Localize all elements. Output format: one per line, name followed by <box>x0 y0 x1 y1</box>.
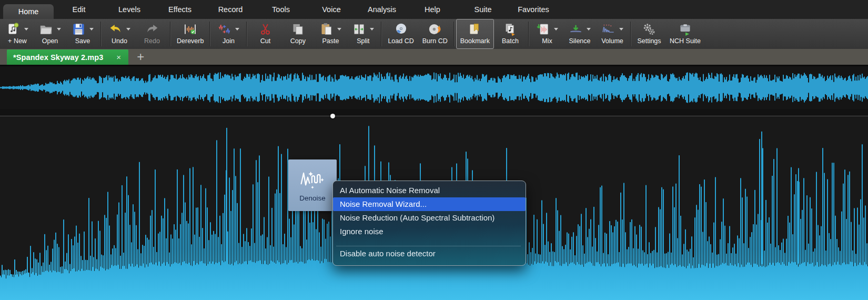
toolbar-group: UndoRedo <box>103 19 168 49</box>
toolbar-button-label: Save <box>75 37 90 45</box>
overview-waveform[interactable] <box>0 66 868 109</box>
toolbar-icon-row <box>569 22 591 37</box>
toolbar-copy-button[interactable]: Copy <box>281 19 314 49</box>
splitter-handle[interactable] <box>330 114 335 118</box>
menubar-item-tools[interactable]: Tools <box>256 0 306 19</box>
toolbar-icon-row <box>6 22 28 37</box>
dropdown-arrow-icon[interactable] <box>619 28 623 31</box>
dropdown-arrow-icon[interactable] <box>235 28 239 31</box>
toolbar-save-button[interactable]: Save <box>66 19 99 49</box>
menubar-item-home[interactable]: Home <box>3 4 54 19</box>
toolbar-new-button[interactable]: + New <box>1 19 34 49</box>
toolbar-button-label: Cut <box>260 37 270 45</box>
toolbar-button-label: Bookmark <box>460 37 490 45</box>
toolbar-group-separator <box>528 22 529 46</box>
toolbar-button-label: Paste <box>322 37 339 45</box>
toolbar-nch-suite-button[interactable]: NCH Suite <box>665 19 705 49</box>
tab-close-icon[interactable]: × <box>115 53 123 62</box>
toolbar-button-label: Batch <box>502 37 519 45</box>
toolbar-button-label: Redo <box>144 37 160 45</box>
toolbar-undo-button[interactable]: Undo <box>103 19 136 49</box>
menubar-item-edit[interactable]: Edit <box>54 0 104 19</box>
silence-arrow-icon <box>569 22 583 36</box>
toolbar-button-label: Dereverb <box>177 37 204 45</box>
toolbar-icon-row <box>217 22 239 37</box>
bookmark-ribbon-icon <box>468 22 482 36</box>
file-tab-label: *Spandex Skyway 2.mp3 <box>13 53 103 62</box>
menubar-item-levels[interactable]: Levels <box>104 0 155 19</box>
toolbar-icon-row <box>352 22 374 37</box>
dropdown-arrow-icon[interactable] <box>126 28 130 31</box>
toolbar-mix-button[interactable]: Mix <box>531 19 563 49</box>
context-menu-item-noise-removal-wizard[interactable]: Noise Removal Wizard... <box>333 197 526 211</box>
toolbar-group-separator <box>381 22 382 46</box>
context-menu-item-ignore-noise[interactable]: Ignore noise <box>333 225 526 238</box>
menubar-item-effects[interactable]: Effects <box>155 0 205 19</box>
toolbar-icon-row <box>642 22 656 37</box>
toolbar-group-separator <box>170 22 171 46</box>
toolbar-icon-row <box>145 22 159 37</box>
toolbar-split-button[interactable]: Split <box>347 19 379 49</box>
paste-clipboard-icon <box>319 22 334 36</box>
toolbar-button-label: NCH Suite <box>670 37 701 45</box>
split-page-icon <box>352 22 366 36</box>
dropdown-arrow-icon[interactable] <box>24 28 28 31</box>
menubar-item-favorites[interactable]: Favorites <box>508 0 559 19</box>
toolbar-volume-button[interactable]: Volume <box>596 19 629 49</box>
toolbar-group-separator <box>100 22 102 46</box>
toolbar-cut-button[interactable]: Cut <box>249 19 281 49</box>
join-waves-icon <box>217 22 231 36</box>
toolbar-group: SettingsNCH Suite <box>633 19 705 49</box>
toolbar-icon-row <box>601 22 623 37</box>
context-menu-item-ai-automatic-noise-removal[interactable]: AI Automatic Noise Removal <box>333 184 526 197</box>
toolbar-paste-button[interactable]: Paste <box>314 19 347 49</box>
toolbar-redo-button[interactable]: Redo <box>136 19 168 49</box>
toolbar-group: + NewOpenSave <box>1 19 99 49</box>
new-tab-button[interactable]: + <box>137 51 144 63</box>
toolbar-group-separator <box>246 22 247 46</box>
toolbar-open-button[interactable]: Open <box>34 19 66 49</box>
denoise-wave-icon <box>298 164 327 193</box>
menubar-item-help[interactable]: Help <box>407 0 458 19</box>
toolbar-icon-row <box>536 22 558 37</box>
toolbar-button-label: Mix <box>542 37 552 45</box>
file-tab[interactable]: *Spandex Skyway 2.mp3 × <box>7 49 128 65</box>
toolbar-join-button[interactable]: Join <box>212 19 245 49</box>
toolbar-button-label: Join <box>223 37 235 45</box>
dropdown-arrow-icon[interactable] <box>587 28 591 31</box>
toolbar-group-separator <box>453 22 455 46</box>
toolbar-burn-cd-button[interactable]: Burn CD <box>418 19 452 49</box>
toolbar-button-label: Copy <box>290 37 306 45</box>
toolbar-icon-row <box>258 22 272 37</box>
dropdown-arrow-icon[interactable] <box>57 28 61 31</box>
dropdown-arrow-icon[interactable] <box>89 28 94 31</box>
dereverb-wave-icon <box>183 22 197 36</box>
denoise-button[interactable]: Denoise <box>288 159 337 211</box>
toolbar-silence-button[interactable]: Silence <box>563 19 596 49</box>
toolbar-group-separator <box>630 22 631 46</box>
load-cd-icon <box>394 22 408 36</box>
app-window: HomeEditLevelsEffectsRecordToolsVoiceAna… <box>0 0 868 300</box>
toolbar-settings-button[interactable]: Settings <box>633 19 665 49</box>
toolbar-icon-row <box>428 22 442 37</box>
menubar-item-suite[interactable]: Suite <box>458 0 508 19</box>
menubar-item-record[interactable]: Record <box>205 0 256 19</box>
batch-files-icon <box>503 22 517 36</box>
context-menu-separator <box>336 246 521 246</box>
dropdown-arrow-icon[interactable] <box>337 28 341 31</box>
nch-suite-box-icon <box>678 22 692 36</box>
dropdown-arrow-icon[interactable] <box>554 28 558 31</box>
dropdown-arrow-icon[interactable] <box>370 28 374 31</box>
toolbar-load-cd-button[interactable]: Load CD <box>383 19 418 49</box>
undo-arrow-icon <box>108 22 123 36</box>
toolbar-icon-row <box>291 22 305 37</box>
menubar-item-analysis[interactable]: Analysis <box>357 0 407 19</box>
toolbar-batch-button[interactable]: Batch <box>494 19 527 49</box>
toolbar-dereverb-button[interactable]: Dereverb <box>173 19 208 49</box>
context-menu-item-noise-reduction-auto-spectral-subtraction[interactable]: Noise Reduction (Auto Spectral Subtracti… <box>333 211 526 225</box>
menubar-item-voice[interactable]: Voice <box>306 0 357 19</box>
settings-gears-icon <box>642 22 656 36</box>
context-menu-item-disable-auto-noise-detector[interactable]: Disable auto noise detector <box>333 247 526 261</box>
toolbar-bookmark-button[interactable]: Bookmark <box>456 19 494 49</box>
toolbar-button-label: Burn CD <box>422 37 448 45</box>
